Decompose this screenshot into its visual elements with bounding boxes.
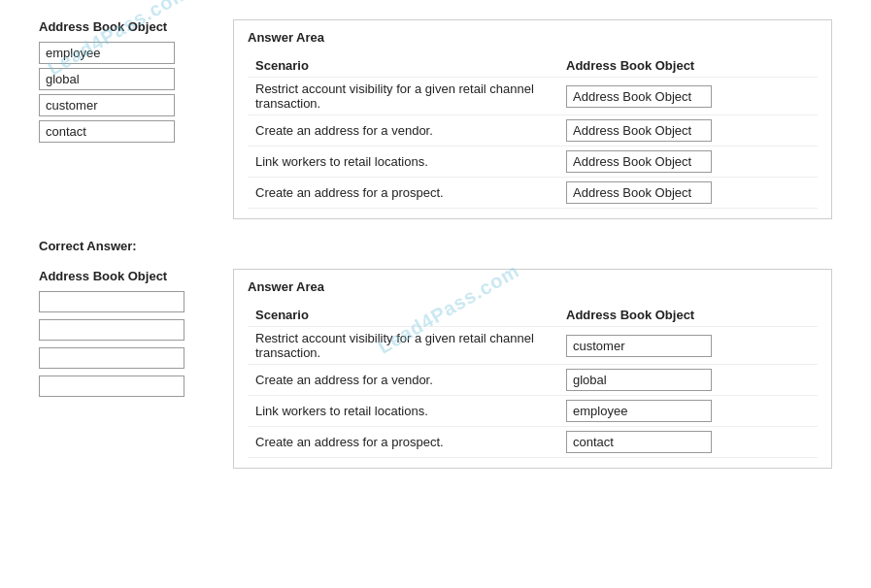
- correct-scenario-4: Create an address for a prospect.: [248, 427, 558, 458]
- table-row: Restrict account visibility for a given …: [248, 327, 818, 365]
- question-right-heading: Answer Area: [248, 30, 818, 45]
- correct-answer-4: contact: [558, 427, 818, 458]
- correct-drag-item-4: [39, 376, 184, 397]
- table-row: Create an address for a vendor. global: [248, 365, 818, 396]
- correct-scenario-2: Create an address for a vendor.: [248, 365, 558, 396]
- correct-answer-col-header: Address Book Object: [558, 304, 818, 327]
- scenario-col-header: Scenario: [248, 54, 558, 78]
- drag-item-employee[interactable]: employee: [39, 42, 175, 64]
- correct-answer-3: employee: [558, 396, 818, 427]
- correct-scenario-1: Restrict account visibility for a given …: [248, 327, 558, 365]
- question-answer-table: Scenario Address Book Object Restrict ac…: [248, 54, 818, 209]
- answer-col-header: Address Book Object: [558, 54, 818, 78]
- scenario-3: Link workers to retail locations.: [248, 147, 558, 178]
- table-row: Link workers to retail locations. employ…: [248, 396, 818, 427]
- correct-answer-table: Scenario Address Book Object Restrict ac…: [248, 304, 818, 458]
- correct-drag-item-3: [39, 347, 184, 369]
- table-row: Create an address for a prospect. Addres…: [248, 178, 818, 209]
- correct-scenario-3: Link workers to retail locations.: [248, 396, 558, 427]
- answer-box-1[interactable]: Address Book Object: [558, 78, 818, 115]
- drag-item-contact[interactable]: contact: [39, 120, 175, 143]
- answer-box-2[interactable]: Address Book Object: [558, 115, 818, 147]
- table-row: Restrict account visibility for a given …: [248, 78, 818, 115]
- correct-answer-label: Correct Answer:: [39, 239, 832, 253]
- correct-left-panel: Address Book Object: [39, 269, 233, 469]
- table-row: Create an address for a prospect. contac…: [248, 427, 818, 458]
- question-left-panel: Address Book Object employee global cust…: [39, 19, 233, 219]
- scenario-1: Restrict account visibility for a given …: [248, 78, 558, 115]
- correct-left-heading: Address Book Object: [39, 269, 214, 283]
- scenario-2: Create an address for a vendor.: [248, 115, 558, 147]
- correct-scenario-col-header: Scenario: [248, 304, 558, 327]
- correct-drag-item-1: [39, 291, 184, 312]
- drag-item-global[interactable]: global: [39, 68, 175, 90]
- answer-box-3[interactable]: Address Book Object: [558, 147, 818, 178]
- correct-right-heading: Answer Area: [248, 279, 818, 294]
- scenario-4: Create an address for a prospect.: [248, 178, 558, 209]
- correct-drag-item-2: [39, 319, 184, 341]
- table-row: Create an address for a vendor. Address …: [248, 115, 818, 147]
- correct-section: Address Book Object Answer Area Scenario…: [39, 269, 832, 469]
- correct-answer-2: global: [558, 365, 818, 396]
- answer-box-4[interactable]: Address Book Object: [558, 178, 818, 209]
- question-section: Address Book Object employee global cust…: [39, 19, 832, 219]
- correct-answer-1: customer: [558, 327, 818, 365]
- correct-right-panel: Answer Area Scenario Address Book Object…: [233, 269, 832, 469]
- question-right-panel: Answer Area Scenario Address Book Object…: [233, 19, 832, 219]
- drag-item-customer[interactable]: customer: [39, 94, 175, 116]
- question-left-heading: Address Book Object: [39, 19, 214, 34]
- table-row: Link workers to retail locations. Addres…: [248, 147, 818, 178]
